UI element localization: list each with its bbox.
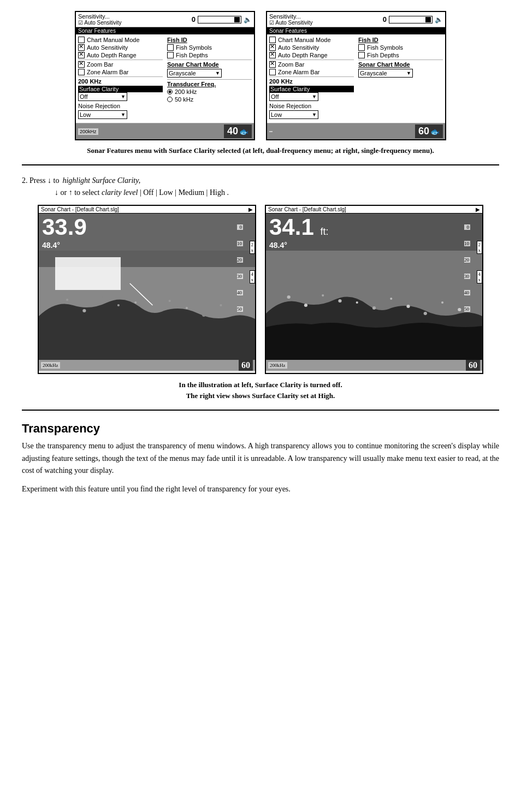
svg-point-5: [100, 296, 103, 298]
surface-clarity-label-r[interactable]: Surface Clarity: [269, 86, 354, 92]
auto-depth-row[interactable]: Auto Depth Range: [78, 52, 163, 58]
zoom-scale-left: 2x 4x: [250, 241, 256, 283]
zone-alarm-checkbox[interactable]: [78, 69, 85, 75]
panel-body-right: Chart Manual Mode Auto Sensitivity Auto …: [267, 34, 445, 123]
fish-symbols-row-r[interactable]: Fish Symbols: [358, 44, 443, 51]
panel-right-right-col: Fish ID Fish Symbols Fish Depths Sonar C…: [358, 37, 443, 121]
sonar-chart-mode-dropdown[interactable]: Grayscale ▼: [167, 69, 252, 78]
panel-bottom-left: 200kHz 40 🐟: [76, 123, 254, 139]
sonar-panel-left: Sensitivity... ☑ Auto Sensitivity 0 🔈 So…: [75, 11, 255, 140]
chart-left: Sonar Chart - [Default Chart.slg] ▶: [38, 205, 256, 374]
fish-depths-row[interactable]: Fish Depths: [167, 52, 252, 58]
surface-clarity-select-r[interactable]: Off ▼: [269, 92, 318, 101]
sonar-chart-mode-select[interactable]: Grayscale ▼: [167, 69, 222, 78]
slider-track-right[interactable]: [389, 16, 433, 23]
fish-symbols-checkbox-r[interactable]: [358, 44, 365, 51]
zoom-bar-checkbox[interactable]: [78, 61, 85, 68]
auto-sensitivity-checkbox-r[interactable]: [269, 44, 276, 51]
svg-point-24: [441, 301, 443, 304]
surface-clarity-container: Surface Clarity Off ▼: [78, 86, 163, 101]
radio-200-circle[interactable]: [167, 89, 173, 94]
auto-sensitivity-checkbox[interactable]: [78, 44, 85, 51]
sonar-chart-mode-select-r[interactable]: Grayscale ▼: [358, 69, 413, 78]
zone-alarm-row-r[interactable]: Zone Alarm Bar: [269, 69, 354, 75]
slider-zero-right: 0: [383, 15, 387, 23]
svg-point-21: [390, 298, 392, 300]
sonar-features-bar-right: Sonar Features: [267, 27, 445, 34]
bottom-freq-left: 200kHz: [78, 128, 98, 135]
surface-clarity-select[interactable]: Off ▼: [78, 92, 127, 101]
sonar-panels-container: Sensitivity... ☑ Auto Sensitivity 0 🔈 So…: [22, 11, 499, 140]
chart-play-right[interactable]: ▶: [476, 206, 480, 212]
fish-id-label-r: Fish ID: [358, 37, 443, 43]
fish-icon-right: 🐟: [430, 127, 440, 136]
fish-depths-row-r[interactable]: Fish Depths: [358, 52, 443, 58]
noise-rejection-dropdown-r[interactable]: Low ▼: [269, 110, 354, 119]
zoom-2x-left: 2x: [250, 241, 256, 254]
panel-header-left: Sensitivity... ☑ Auto Sensitivity 0 🔈: [76, 12, 254, 27]
surface-clarity-arrow: ▼: [121, 94, 126, 99]
noise-rejection-dropdown[interactable]: Low ▼: [78, 110, 163, 119]
zoom-bar-checkbox-r[interactable]: [269, 61, 276, 68]
auto-depth-checkbox-r[interactable]: [269, 52, 276, 58]
slider-track-left[interactable]: [198, 16, 241, 23]
chart-big-number-left: 33.9: [42, 216, 87, 239]
auto-sensitivity-row[interactable]: Auto Sensitivity: [78, 44, 163, 51]
svg-point-23: [424, 312, 427, 315]
bottom-number-right: 60 🐟: [415, 125, 443, 138]
noise-rejection-arrow-r: ▼: [312, 112, 317, 117]
auto-depth-checkbox[interactable]: [78, 52, 85, 58]
sonar-chart-mode-label: Sonar Chart Mode: [167, 61, 252, 68]
radio-50-circle[interactable]: [167, 97, 173, 102]
fish-id-label: Fish ID: [167, 37, 252, 43]
chart-manual-checkbox[interactable]: [78, 37, 85, 43]
svg-point-7: [134, 301, 137, 304]
svg-point-15: [287, 295, 291, 299]
fish-icon-left: 🐟: [239, 127, 248, 136]
chart-bottom-num-left: 60: [239, 360, 253, 371]
radio-200-row[interactable]: 200 kHz: [167, 88, 252, 95]
svg-point-25: [458, 308, 461, 311]
svg-point-6: [117, 304, 120, 306]
chart-big-number-right: 34.1 ft:: [269, 216, 328, 239]
chart-manual-row-r[interactable]: Chart Manual Mode: [269, 37, 354, 43]
noise-rejection-label: Noise Rejection: [78, 103, 163, 109]
zone-alarm-checkbox-r[interactable]: [269, 69, 276, 75]
zoom-bar-row[interactable]: Zoom Bar: [78, 61, 163, 68]
fish-symbols-row[interactable]: Fish Symbols: [167, 44, 252, 51]
surface-clarity-label[interactable]: Surface Clarity: [78, 86, 163, 92]
transparency-heading: Transparency: [22, 422, 499, 436]
noise-rejection-select-r[interactable]: Low ▼: [269, 110, 318, 119]
zoom-bar-row-r[interactable]: Zoom Bar: [269, 61, 354, 68]
zone-alarm-row[interactable]: Zone Alarm Bar: [78, 69, 163, 75]
sonar-chart-mode-dropdown-r[interactable]: Grayscale ▼: [358, 69, 443, 78]
fish-depths-checkbox-r[interactable]: [358, 52, 365, 58]
panel-right-col: Fish ID Fish Symbols Fish Depths Sonar C…: [167, 37, 252, 121]
auto-depth-row-r[interactable]: Auto Depth Range: [269, 52, 354, 58]
svg-point-19: [356, 301, 358, 304]
fish-symbols-checkbox[interactable]: [167, 44, 174, 51]
svg-point-16: [304, 304, 307, 307]
chart-right: Sonar Chart - [Default Chart.slg] ▶: [265, 205, 483, 374]
slider-right[interactable]: 0 🔈: [383, 15, 443, 23]
surface-clarity-dropdown[interactable]: Off ▼: [78, 92, 163, 101]
auto-sensitivity-row-r[interactable]: Auto Sensitivity: [269, 44, 354, 51]
chart-manual-row[interactable]: Chart Manual Mode: [78, 37, 163, 43]
surface-clarity-dropdown-r[interactable]: Off ▼: [269, 92, 354, 101]
svg-point-20: [372, 306, 376, 310]
chart-panels-container: Sonar Chart - [Default Chart.slg] ▶: [22, 205, 499, 374]
chart-manual-checkbox-r[interactable]: [269, 37, 276, 43]
zoom-4x-left: 4x: [250, 270, 256, 283]
radio-50-row[interactable]: 50 kHz: [167, 96, 252, 103]
svg-point-4: [82, 309, 86, 312]
surface-clarity-container-r: Surface Clarity Off ▼: [269, 86, 354, 101]
chart-play-left[interactable]: ▶: [248, 206, 253, 212]
svg-point-18: [338, 299, 341, 303]
zoom-4x-right: 4x: [477, 270, 483, 283]
slider-left[interactable]: 0 🔈: [192, 15, 252, 23]
fish-depths-checkbox[interactable]: [167, 52, 174, 58]
noise-rejection-select[interactable]: Low ▼: [78, 110, 127, 119]
bottom-number-left: 40 🐟: [224, 125, 252, 138]
zoom-2x-right: 2x: [477, 241, 483, 254]
sonar-panel-right: Sensitivity... ☑ Auto Sensitivity 0 🔈 So…: [266, 11, 446, 140]
